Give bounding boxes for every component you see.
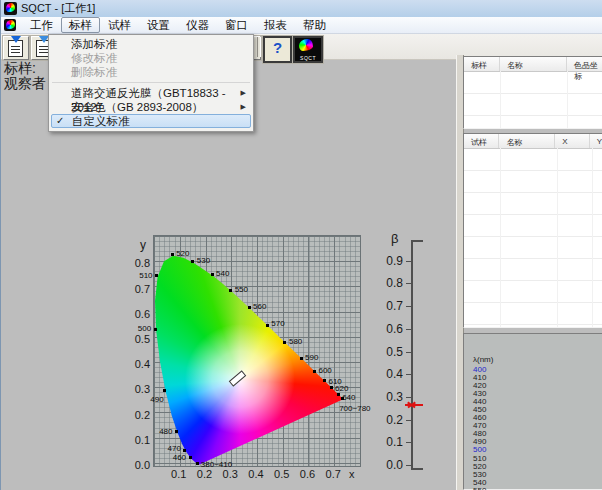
check-icon: ✓ bbox=[56, 115, 64, 127]
beta-tick-label: 0.9 bbox=[377, 254, 403, 268]
standards-table-header: 标样 名称 色品坐标 bbox=[464, 57, 602, 72]
table-row[interactable] bbox=[464, 171, 602, 193]
table-row[interactable] bbox=[464, 303, 602, 325]
menubar-item-0[interactable]: 工作 bbox=[22, 17, 61, 33]
application-window: SQCT - [工作1] 工作标样试样设置仪器窗口报表帮助 ? SQCT 标样:… bbox=[0, 0, 602, 490]
beta-tick-label: 0.8 bbox=[377, 276, 403, 290]
menubar-item-7[interactable]: 帮助 bbox=[295, 17, 334, 33]
col-y[interactable]: Y bbox=[590, 134, 602, 148]
beta-tick-label: 0.7 bbox=[377, 299, 403, 313]
table-row[interactable] bbox=[464, 281, 602, 303]
menubar-item-1[interactable]: 标样 bbox=[61, 17, 100, 33]
chromaticity-icon bbox=[299, 39, 313, 51]
x-tick-label: 0.7 bbox=[326, 468, 341, 480]
wavelength-value[interactable]: 410 bbox=[473, 374, 602, 382]
x-tick-label: 0.4 bbox=[248, 468, 263, 480]
wavelength-value[interactable]: 460 bbox=[473, 414, 602, 422]
wavelength-label: 510 bbox=[139, 272, 152, 280]
beta-tick-label: 0.0 bbox=[377, 458, 403, 472]
beta-axis-label: β bbox=[391, 231, 398, 246]
y-tick-label: 0.4 bbox=[124, 358, 150, 370]
y-tick-label: 0.7 bbox=[124, 283, 150, 295]
child-window-icon[interactable] bbox=[4, 19, 16, 31]
menu-item-5[interactable]: 安全色（GB 2893-2008）▶ bbox=[51, 100, 251, 114]
col-x[interactable]: X bbox=[555, 134, 589, 148]
col-chromaticity[interactable]: 色品坐标 bbox=[567, 57, 602, 71]
wavelength-value[interactable]: 500 bbox=[473, 446, 602, 454]
menu-item-6[interactable]: ✓自定义标准 bbox=[51, 114, 251, 128]
sqct-about-button[interactable]: SQCT bbox=[293, 36, 323, 63]
down-arrow-icon bbox=[11, 36, 21, 48]
wavelength-value[interactable]: 420 bbox=[473, 382, 602, 390]
samples-table[interactable]: 试样 名称 X Y bbox=[463, 133, 602, 328]
standards-table[interactable]: 标样 名称 色品坐标 bbox=[463, 56, 602, 129]
table-row[interactable] bbox=[464, 116, 602, 129]
table-row[interactable] bbox=[464, 259, 602, 281]
menubar-item-2[interactable]: 试样 bbox=[100, 17, 139, 33]
col-sample[interactable]: 试样 bbox=[464, 134, 499, 148]
wavelength-value[interactable]: 530 bbox=[473, 471, 602, 479]
help-button[interactable]: ? bbox=[263, 36, 292, 63]
submenu-arrow-icon: ▶ bbox=[241, 100, 246, 114]
standards-dropdown-menu: 添加标准修改标准删除标准道路交通反光膜（GBT18833 - 2012）▶安全色… bbox=[48, 34, 254, 132]
beta-marker bbox=[405, 404, 423, 406]
table-row[interactable] bbox=[464, 193, 602, 215]
col-name[interactable]: 名称 bbox=[499, 134, 555, 148]
standard-label: 标样: bbox=[4, 61, 46, 76]
menu-item-0[interactable]: 添加标准 bbox=[51, 37, 251, 51]
wavelength-value[interactable]: 470 bbox=[473, 422, 602, 430]
x-tick-label: 0.5 bbox=[274, 468, 289, 480]
wavelength-value[interactable]: 540 bbox=[473, 479, 602, 487]
app-icon bbox=[4, 2, 17, 15]
wavelength-value[interactable]: 450 bbox=[473, 406, 602, 414]
table-row[interactable] bbox=[464, 149, 602, 171]
wavelength-value[interactable]: 430 bbox=[473, 390, 602, 398]
col-standard[interactable]: 标样 bbox=[464, 57, 500, 71]
submenu-arrow-icon: ▶ bbox=[241, 86, 246, 100]
menubar-item-3[interactable]: 设置 bbox=[139, 17, 178, 33]
y-tick-label: 0.1 bbox=[124, 434, 150, 446]
beta-tick-label: 0.2 bbox=[377, 413, 403, 427]
y-axis-label: y bbox=[140, 238, 146, 252]
table-row[interactable] bbox=[464, 94, 602, 116]
menubar-item-6[interactable]: 报表 bbox=[256, 17, 295, 33]
menu-bar-items: 工作标样试样设置仪器窗口报表帮助 bbox=[22, 17, 334, 33]
question-mark-icon: ? bbox=[265, 38, 290, 58]
menu-item-1[interactable]: 修改标准 bbox=[51, 51, 251, 65]
workspace-labels: 标样: 观察者 bbox=[4, 61, 46, 91]
menu-item-4[interactable]: 道路交通反光膜（GBT18833 - 2012）▶ bbox=[51, 86, 251, 100]
window-title: SQCT - [工作1] bbox=[21, 1, 95, 16]
menu-item-2[interactable]: 删除标准 bbox=[51, 65, 251, 79]
wavelength-value[interactable]: 510 bbox=[473, 455, 602, 463]
beta-tick-label: 0.3 bbox=[377, 390, 403, 404]
y-tick-label: 0.5 bbox=[124, 333, 150, 345]
wavelength-value[interactable]: 520 bbox=[473, 463, 602, 471]
table-row[interactable] bbox=[464, 325, 602, 328]
title-bar[interactable]: SQCT - [工作1] bbox=[1, 0, 602, 17]
beta-tick-label: 0.6 bbox=[377, 322, 403, 336]
menu-separator bbox=[52, 82, 250, 83]
y-tick-label: 0.8 bbox=[124, 257, 150, 269]
menubar-item-4[interactable]: 仪器 bbox=[178, 17, 217, 33]
wavelength-value[interactable]: 490 bbox=[473, 438, 602, 446]
table-row[interactable] bbox=[464, 215, 602, 237]
import-standard-button[interactable] bbox=[3, 36, 29, 60]
wavelength-value[interactable]: 400 bbox=[473, 366, 602, 374]
x-axis-label: x bbox=[349, 468, 355, 480]
table-row[interactable] bbox=[464, 237, 602, 259]
observer-label: 观察者 bbox=[4, 76, 46, 91]
y-tick-label: 0.0 bbox=[124, 459, 150, 471]
menu-bar: 工作标样试样设置仪器窗口报表帮助 bbox=[1, 17, 602, 34]
samples-table-header: 试样 名称 X Y bbox=[464, 134, 602, 149]
col-name[interactable]: 名称 bbox=[500, 57, 567, 71]
spectral-locus-fill bbox=[154, 236, 360, 466]
x-tick-label: 0.6 bbox=[300, 468, 315, 480]
x-tick-label: 0.3 bbox=[223, 468, 238, 480]
menubar-item-5[interactable]: 窗口 bbox=[217, 17, 256, 33]
wavelength-value[interactable]: 480 bbox=[473, 430, 602, 438]
wavelength-panel[interactable]: λ(nm) 4004104204304404504604704804905005… bbox=[463, 333, 602, 490]
wavelength-value[interactable]: 440 bbox=[473, 398, 602, 406]
wavelength-header: λ(nm) bbox=[473, 355, 602, 365]
samples-table-body bbox=[464, 149, 602, 328]
wavelength-label: 500 bbox=[138, 325, 151, 333]
